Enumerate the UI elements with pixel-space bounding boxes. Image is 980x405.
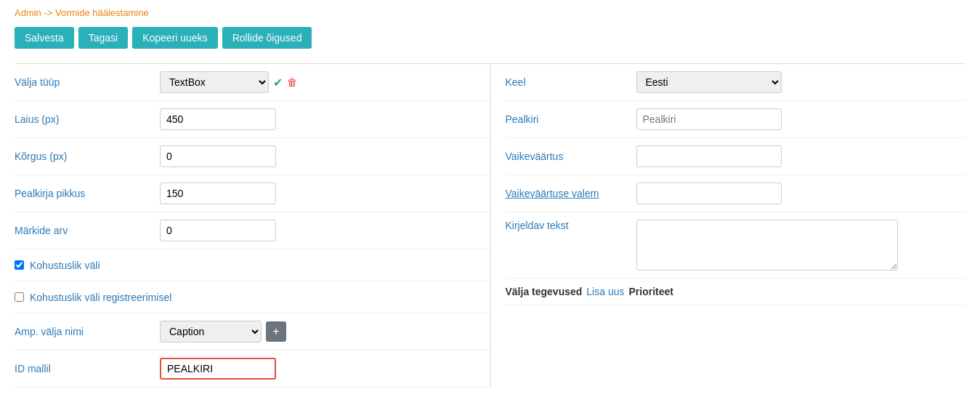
right-column: Keel Eesti English Русский Pealkiri Vaik… [490,64,966,388]
title-length-input[interactable] [160,183,276,204]
width-input[interactable] [160,108,276,130]
left-column: Välja tüüp TextBox TextArea Checkbox Sel… [15,64,490,388]
default-input[interactable] [636,145,782,167]
amp-add-button[interactable]: + [266,321,286,342]
lang-label: Keel [506,76,636,88]
field-type-label: Välja tüüp [15,76,160,88]
back-button[interactable]: Tagasi [78,27,128,49]
actions-link[interactable]: Lisa uus [586,286,624,297]
copy-button[interactable]: Kopeeri uueks [132,27,218,49]
height-row: Kõrgus (px) [15,138,490,175]
char-count-label: Märkide arv [15,225,160,236]
desc-row: Kirjeldav tekst [506,212,966,278]
char-count-input[interactable] [160,220,276,241]
desc-textarea[interactable] [636,220,898,270]
title-input[interactable] [636,108,782,130]
title-length-label: Pealkirja pikkus [15,188,160,199]
required-checkbox[interactable] [15,260,24,270]
default-label: Vaikeväärtus [506,151,636,162]
amp-field-row: Amp. välja nimi Caption Name Email Phone… [15,313,490,350]
required-reg-label: Kohustuslik väli registreerimisel [30,292,171,303]
required-label: Kohustuslik väli [30,260,100,271]
roles-button[interactable]: Rollide õigused [222,27,312,49]
title-label: Pealkiri [506,113,636,125]
default-formula-row: Vaikeväärtuse valem [506,175,966,212]
priority-label: Prioriteet [628,286,673,297]
id-label: ID mallil [15,363,160,374]
lang-select[interactable]: Eesti English Русский [636,71,782,93]
id-input[interactable] [160,358,276,380]
check-icon: ✔ [273,76,283,89]
amp-select-wrap: Caption Name Email Phone + [160,321,286,342]
default-row: Vaikeväärtus [506,138,966,175]
lang-row: Keel Eesti English Русский [506,64,966,101]
width-row: Laius (px) [15,101,490,138]
default-formula-label[interactable]: Vaikeväärtuse valem [506,188,636,199]
default-formula-input[interactable] [636,183,782,204]
height-input[interactable] [160,145,276,167]
required-reg-row: Kohustuslik väli registreerimisel [15,281,490,313]
save-button[interactable]: Salvesta [15,27,74,49]
amp-field-select[interactable]: Caption Name Email Phone [160,321,262,342]
breadcrumb: Admin -> Vormide häälestamine [15,7,965,18]
char-count-row: Märkide arv [15,212,490,249]
title-row: Pealkiri [506,101,966,138]
actions-label: Välja tegevused [506,286,583,297]
form-layout: Välja tüüp TextBox TextArea Checkbox Sel… [15,63,965,388]
field-type-select[interactable]: TextBox TextArea Checkbox Select Date [160,71,269,93]
actions-row: Välja tegevused Lisa uus Prioriteet [506,278,966,305]
title-length-row: Pealkirja pikkus [15,175,490,212]
amp-field-label: Amp. välja nimi [15,326,160,337]
height-label: Kõrgus (px) [15,151,160,162]
required-row: Kohustuslik väli [15,249,490,281]
required-reg-checkbox[interactable] [15,292,24,302]
field-type-row: Välja tüüp TextBox TextArea Checkbox Sel… [15,64,490,101]
field-type-select-wrap: TextBox TextArea Checkbox Select Date ✔ … [160,71,297,93]
id-row: ID mallil [15,350,490,388]
desc-label: Kirjeldav tekst [506,220,636,231]
delete-icon[interactable]: 🗑 [287,76,297,88]
width-label: Laius (px) [15,113,160,125]
toolbar: Salvesta Tagasi Kopeeri uueks Rollide õi… [15,27,965,49]
